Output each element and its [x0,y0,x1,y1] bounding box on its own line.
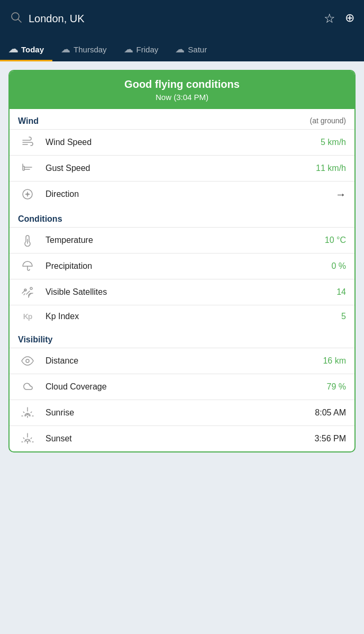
satellites-row: Visible Satellites 14 [10,279,354,305]
tab-thursday[interactable]: ☁ Thursday [52,37,115,61]
distance-label: Distance [46,356,314,366]
tab-saturday-label: Satur [188,45,207,54]
sunset-label: Sunset [46,434,306,443]
eye-icon [18,355,37,367]
sunrise-label: Sunrise [46,408,306,418]
wind-speed-label: Wind Speed [46,138,312,147]
svg-line-1 [19,20,22,23]
wind-icon [18,136,37,149]
app-header: London, UK ☆ ⊕ [0,0,364,37]
header-actions: ☆ ⊕ [324,11,354,26]
satellites-value: 14 [336,287,346,297]
sunrise-row: Sunrise 8:05 AM [10,400,354,425]
sunset-value: 3:56 PM [314,434,346,443]
distance-value: 16 km [323,356,346,366]
svg-line-17 [23,412,24,412]
target-icon[interactable]: ⊕ [345,11,354,26]
kp-index-label: Kp Index [46,312,333,321]
svg-line-23 [23,438,24,438]
wind-speed-row: Wind Speed 5 km/h [10,129,354,155]
direction-label: Direction [46,189,327,199]
precipitation-value: 0 % [331,261,346,271]
distance-row: Distance 16 km [10,348,354,374]
svg-point-15 [26,359,29,363]
cloud-coverage-row: Cloud Coverage 79 % [10,374,354,400]
svg-point-11 [27,194,29,195]
svg-point-14 [30,287,32,289]
kp-index-row: Kp Kp Index 5 [10,305,354,328]
svg-line-20 [31,412,31,412]
temperature-row: Temperature 10 °C [10,227,354,253]
umbrella-icon [18,260,37,273]
sunset-row: Sunset 3:56 PM [10,425,354,451]
precipitation-row: Precipitation 0 % [10,253,354,279]
satellites-label: Visible Satellites [46,287,328,297]
cloud-icon-friday: ☁ [124,43,133,55]
condition-status: Good flying conditions [17,78,347,90]
day-tabs: ☁ Today ☁ Thursday ☁ Friday ☁ Satur [0,37,364,61]
search-icon[interactable] [10,11,22,26]
gust-speed-row: Gust Speed 11 km/h [10,155,354,181]
cloud-icon-saturday: ☁ [175,43,185,55]
direction-icon [18,188,37,201]
sunrise-value: 8:05 AM [315,408,346,418]
svg-point-0 [12,13,19,20]
cloud-icon-thursday: ☁ [61,43,70,55]
cloud-icon [18,381,37,393]
condition-time: Now (3:04 PM) [17,93,347,102]
conditions-section-label: Conditions [10,207,354,227]
wind-sublabel: (at ground) [310,116,346,125]
tab-friday-label: Friday [136,45,159,54]
kp-index-value: 5 [341,312,346,321]
tab-saturday[interactable]: ☁ Satur [167,37,215,61]
temperature-value: 10 °C [325,236,346,245]
cloud-coverage-value: 79 % [327,382,346,392]
wind-section-label: Wind (at ground) [10,109,354,129]
sunrise-icon [18,406,37,419]
precipitation-label: Precipitation [46,261,323,271]
location-text: London, UK [29,13,317,25]
direction-row: Direction → [10,181,354,207]
gust-speed-value: 11 km/h [316,164,346,173]
weather-card: Good flying conditions Now (3:04 PM) Win… [8,70,356,452]
thermometer-icon [18,234,37,247]
kp-icon: Kp [18,312,37,321]
svg-rect-2 [23,166,24,170]
tab-today-label: Today [21,45,44,54]
visibility-section-label: Visibility [10,328,354,348]
tab-today[interactable]: ☁ Today [0,37,52,61]
gust-speed-label: Gust Speed [46,164,307,173]
sunset-icon [18,432,37,445]
cloud-icon-today: ☁ [8,43,18,55]
gust-icon [18,162,37,175]
cloud-coverage-label: Cloud Coverage [46,382,319,392]
tab-thursday-label: Thursday [74,45,107,54]
condition-header: Good flying conditions Now (3:04 PM) [10,71,354,109]
temperature-label: Temperature [46,236,316,245]
satellite-icon [18,286,37,298]
tab-friday[interactable]: ☁ Friday [115,37,167,61]
svg-line-26 [31,438,31,438]
wind-speed-value: 5 km/h [321,138,346,147]
main-content: Good flying conditions Now (3:04 PM) Win… [0,61,364,461]
favorite-icon[interactable]: ☆ [324,11,335,26]
direction-value: → [335,188,346,201]
